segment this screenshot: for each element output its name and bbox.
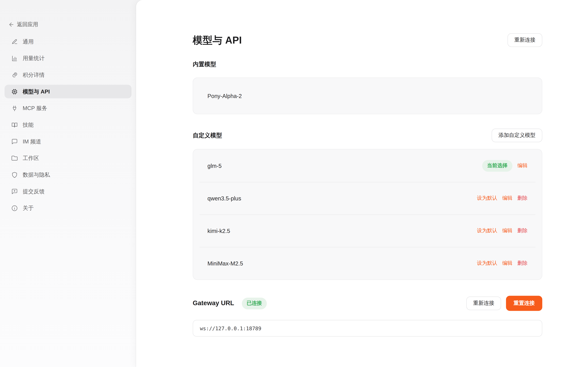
gateway-reset-button[interactable]: 重置连接 [506,296,542,311]
pencil-icon [11,38,18,45]
sidebar-item-8[interactable]: 工作区 [5,151,132,165]
custom-model-name: MiniMax-M2.5 [208,260,243,266]
sidebar-item-label: 技能 [23,121,34,128]
panel-header: 模型与 API 重新连接 [193,33,542,47]
edit-model-link[interactable]: 编辑 [502,260,512,267]
builtin-models-card: Pony-Alpha-2 [193,77,542,114]
set-default-link[interactable]: 设为默认 [477,227,497,234]
reconnect-button-top[interactable]: 重新连接 [507,33,542,47]
back-to-app-button[interactable]: 返回应用 [5,21,132,35]
feedback-icon [11,188,18,194]
back-label: 返回应用 [17,21,38,28]
edit-model-link[interactable]: 编辑 [502,227,512,234]
gateway-buttons: 重新连接 重置连接 [466,296,542,311]
gateway-left: Gateway URL 已连接 [193,297,267,309]
add-custom-model-button[interactable]: 添加自定义模型 [492,129,542,142]
sidebar-item-label: 通用 [23,38,34,45]
folder-icon [11,155,18,161]
sidebar-item-label: 积分详情 [23,71,45,78]
chip-icon [11,88,18,95]
connected-status-badge: 已连接 [242,297,267,309]
edit-model-link[interactable]: 编辑 [502,195,512,201]
builtin-models-heading: 内置模型 [193,60,542,68]
coins-icon [11,72,18,78]
sidebar-item-label: 模型与 API [23,88,50,95]
custom-model-row: glm-5当前选择编辑 [193,149,542,182]
row-actions: 当前选择编辑 [482,160,528,172]
custom-models-heading: 自定义模型 [193,131,222,139]
sidebar-item-label: 关于 [23,204,34,212]
delete-model-link[interactable]: 删除 [517,227,528,234]
sidebar-item-5[interactable]: MCP 服务 [5,101,132,115]
gateway-url-input[interactable] [193,320,542,337]
sidebar-item-10[interactable]: 提交反馈 [5,184,132,198]
custom-model-row: kimi-k2.5设为默认编辑删除 [193,214,542,247]
sidebar: 返回应用 通用用量统计积分详情模型与 APIMCP 服务技能IM 频道工作区数据… [0,0,136,367]
builtin-model-name: Pony-Alpha-2 [193,93,542,99]
shield-icon [11,172,18,178]
sidebar-item-7[interactable]: IM 频道 [5,135,132,148]
sidebar-item-2[interactable]: 用量统计 [5,51,132,65]
row-actions: 设为默认编辑删除 [477,260,528,267]
sidebar-item-3[interactable]: 积分详情 [5,68,132,82]
row-actions: 设为默认编辑删除 [477,227,528,234]
page-title: 模型与 API [193,33,242,47]
sidebar-item-6[interactable]: 技能 [5,118,132,132]
sidebar-item-1[interactable]: 通用 [5,35,132,48]
book-open-icon [11,122,18,128]
plug-icon [11,105,18,111]
sidebar-item-label: 用量统计 [23,55,45,62]
custom-model-name: kimi-k2.5 [208,227,230,234]
set-default-link[interactable]: 设为默认 [477,195,497,201]
gateway-reconnect-button[interactable]: 重新连接 [466,297,501,310]
custom-model-row: qwen3.5-plus设为默认编辑删除 [193,182,542,214]
sidebar-item-label: 数据与隐私 [23,171,50,178]
sidebar-item-label: MCP 服务 [23,105,47,112]
models-api-panel: 模型与 API 重新连接 内置模型 Pony-Alpha-2 自定义模型 添加自… [136,0,588,367]
edit-model-link[interactable]: 编辑 [517,162,528,169]
sidebar-item-label: 工作区 [23,154,39,162]
gateway-section: Gateway URL 已连接 重新连接 重置连接 [193,296,542,311]
gateway-url-label: Gateway URL [193,300,234,307]
current-selection-badge: 当前选择 [482,160,512,172]
custom-model-name: qwen3.5-plus [208,195,241,201]
custom-model-list: glm-5当前选择编辑qwen3.5-plus设为默认编辑删除kimi-k2.5… [193,149,542,280]
row-actions: 设为默认编辑删除 [477,195,528,201]
sidebar-item-label: IM 频道 [23,138,41,145]
sidebar-item-11[interactable]: 关于 [5,201,132,215]
bar-chart-icon [11,55,18,61]
sidebar-item-9[interactable]: 数据与隐私 [5,168,132,182]
sidebar-nav: 通用用量统计积分详情模型与 APIMCP 服务技能IM 频道工作区数据与隐私提交… [5,35,132,215]
custom-models-header: 自定义模型 添加自定义模型 [193,129,542,142]
delete-model-link[interactable]: 删除 [517,260,528,267]
chat-icon [11,138,18,144]
settings-window: 返回应用 通用用量统计积分详情模型与 APIMCP 服务技能IM 频道工作区数据… [0,0,588,367]
back-arrow-icon [8,22,14,28]
set-default-link[interactable]: 设为默认 [477,260,497,267]
sidebar-item-4[interactable]: 模型与 API [5,85,132,98]
info-icon [11,205,18,211]
delete-model-link[interactable]: 删除 [517,195,528,201]
custom-model-row: MiniMax-M2.5设为默认编辑删除 [193,247,542,279]
sidebar-item-label: 提交反馈 [23,188,45,195]
custom-model-name: glm-5 [208,162,222,169]
